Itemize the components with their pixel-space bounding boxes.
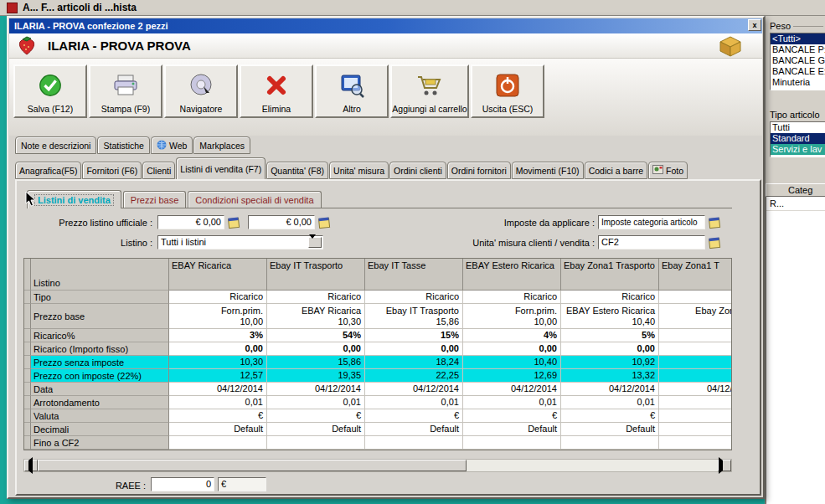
table-cell[interactable]: 0,00 <box>463 342 561 356</box>
table-cell[interactable] <box>561 436 659 450</box>
table-cell[interactable]: € <box>169 409 267 423</box>
table-cell[interactable]: 0,01 <box>267 396 365 409</box>
row-selector[interactable] <box>24 383 31 396</box>
tipo-articolo-listbox[interactable]: TuttiStandardServizi e lav <box>770 121 825 157</box>
row-selector[interactable] <box>24 329 31 342</box>
row-selector[interactable] <box>24 369 31 383</box>
notepad-lookup-icon[interactable] <box>227 215 241 229</box>
scroll-right-button[interactable] <box>718 460 731 471</box>
toolbar-button-stampa-f9[interactable]: Stampa (F9) <box>89 64 162 118</box>
table-cell[interactable]: 15% <box>365 329 463 342</box>
peso-listbox[interactable]: <Tutti>BANCALE P:BANCALE GBANCALE E:Minu… <box>770 33 825 90</box>
table-cell[interactable] <box>659 436 732 450</box>
table-cell[interactable]: EBAY Ricarica 10,30 <box>267 304 365 329</box>
column-header-ebay-zona1-t[interactable]: Ebay Zona1 T <box>659 259 732 291</box>
table-cell[interactable]: 10,30 <box>169 356 267 369</box>
column-header-ebay-it-tasse[interactable]: Ebay IT Tasse <box>365 259 463 291</box>
toolbar-button-elimina[interactable]: Elimina <box>240 64 313 118</box>
table-cell[interactable]: 0,01 <box>169 396 267 409</box>
table-cell[interactable]: 19,35 <box>267 369 365 383</box>
table-cell[interactable]: 12,69 <box>463 369 561 383</box>
table-cell[interactable]: 04/12/2014 <box>659 383 732 396</box>
toolbar-button-uscita-esc[interactable]: Uscita (ESC) <box>471 64 544 118</box>
tab-web[interactable]: Web <box>151 136 193 154</box>
subtab-listini-di-vendita[interactable]: Listini di vendita <box>27 190 121 208</box>
table-cell[interactable] <box>659 329 732 342</box>
table-cell[interactable] <box>659 291 732 304</box>
table-cell[interactable] <box>365 436 463 450</box>
row-selector[interactable] <box>24 396 31 409</box>
row-selector[interactable] <box>24 436 31 450</box>
tab-foto[interactable]: Foto <box>648 162 688 179</box>
tab-quantita-f8[interactable]: Quantita' (F8) <box>266 162 328 179</box>
peso-item-tutti[interactable]: <Tutti> <box>771 33 825 44</box>
table-cell[interactable]: 0,01 <box>365 396 463 409</box>
table-cell[interactable] <box>267 436 365 450</box>
table-cell[interactable]: 15,86 <box>267 356 365 369</box>
table-cell[interactable]: 12,57 <box>169 369 267 383</box>
table-cell[interactable] <box>659 396 732 409</box>
table-cell[interactable]: € <box>463 409 561 423</box>
tab-movimenti-f10[interactable]: Movimenti (F10) <box>512 162 584 179</box>
table-cell[interactable]: 10,92 <box>561 356 659 369</box>
row-selector[interactable] <box>24 342 31 356</box>
tipo-item-standard[interactable]: Standard <box>771 133 825 144</box>
table-cell[interactable]: Ricarico <box>267 291 365 304</box>
table-cell[interactable]: Default <box>169 423 267 436</box>
subtab-prezzi-base[interactable]: Prezzi base <box>123 191 186 208</box>
notepad-lookup-icon[interactable] <box>317 215 332 229</box>
table-cell[interactable]: Forn.prim. 10,00 <box>169 304 267 329</box>
table-cell[interactable]: Ebay Zona1 T <box>659 304 732 329</box>
table-cell[interactable]: 54% <box>267 329 365 342</box>
tab-unita-misura[interactable]: Unita' misura <box>329 162 389 179</box>
notepad-lookup-icon[interactable] <box>708 235 722 249</box>
table-cell[interactable] <box>659 356 732 369</box>
row-selector[interactable] <box>24 304 31 329</box>
row-selector[interactable] <box>24 291 31 304</box>
table-cell[interactable] <box>659 409 732 423</box>
table-cell[interactable]: 0,01 <box>463 396 561 409</box>
raee-field[interactable]: 0 <box>151 477 214 491</box>
tab-ordini-fornitori[interactable]: Ordini fornitori <box>447 162 511 179</box>
table-cell[interactable]: 04/12/2014 <box>365 383 463 396</box>
peso-item-minuteria[interactable]: Minuteria <box>771 77 825 88</box>
table-cell[interactable]: 13,32 <box>561 369 659 383</box>
table-cell[interactable]: Ricarico <box>463 291 561 304</box>
table-cell[interactable]: 04/12/2014 <box>561 383 659 396</box>
table-cell[interactable]: Ebay IT Trasporto 15,86 <box>365 304 463 329</box>
column-header-ebay-estero-ricarica[interactable]: EBAY Estero Ricarica <box>463 259 561 291</box>
table-cell[interactable]: Ricarico <box>561 291 659 304</box>
table-cell[interactable]: Default <box>561 423 659 436</box>
row-selector[interactable] <box>24 356 31 369</box>
table-cell[interactable]: 5% <box>561 329 659 342</box>
scrollbar-thumb[interactable] <box>38 460 467 471</box>
scroll-left-button[interactable] <box>24 460 38 471</box>
tab-fornitori-f6[interactable]: Fornitori (F6) <box>82 162 142 179</box>
table-cell[interactable]: 0,01 <box>561 396 659 409</box>
chevron-down-icon[interactable] <box>308 237 322 248</box>
tipo-item-servizi-e-lav[interactable]: Servizi e lav <box>771 144 825 155</box>
peso-item-bancale-g[interactable]: BANCALE G <box>771 55 825 66</box>
horizontal-scrollbar[interactable] <box>23 459 732 472</box>
table-cell[interactable]: 04/12/2014 <box>463 383 561 396</box>
tab-markplaces[interactable]: Markplaces <box>193 136 250 154</box>
column-header-ebay-ricarica[interactable]: EBAY Ricarica <box>169 259 267 291</box>
tab-listini-di-vendita-f7[interactable]: Listini di vendita (F7) <box>176 157 266 179</box>
categoria-column-header[interactable]: Categ <box>766 183 825 197</box>
table-cell[interactable]: 0,00 <box>561 342 659 356</box>
tipo-item-tutti[interactable]: Tutti <box>771 122 825 133</box>
table-cell[interactable]: € <box>267 409 365 423</box>
table-cell[interactable]: Default <box>365 423 463 436</box>
toolbar-button-altro[interactable]: Altro <box>315 64 389 118</box>
table-cell[interactable] <box>463 436 561 450</box>
tab-codici-a-barre[interactable]: Codici a barre <box>585 162 647 179</box>
listino-dropdown[interactable]: Tutti i listini <box>157 235 323 249</box>
table-cell[interactable]: 10,40 <box>463 356 561 369</box>
table-cell[interactable] <box>659 342 732 356</box>
tab-note-e-descrizioni[interactable]: Note e descrizioni <box>15 136 96 154</box>
close-button[interactable]: x <box>748 19 761 31</box>
peso-item-bancale-p[interactable]: BANCALE P: <box>771 44 825 55</box>
column-header-ebay-zona1-trasporto[interactable]: Ebay Zona1 Trasporto <box>561 259 659 291</box>
unita-misura-field[interactable]: CF2 <box>598 235 705 249</box>
table-cell[interactable]: 0,00 <box>169 342 267 356</box>
